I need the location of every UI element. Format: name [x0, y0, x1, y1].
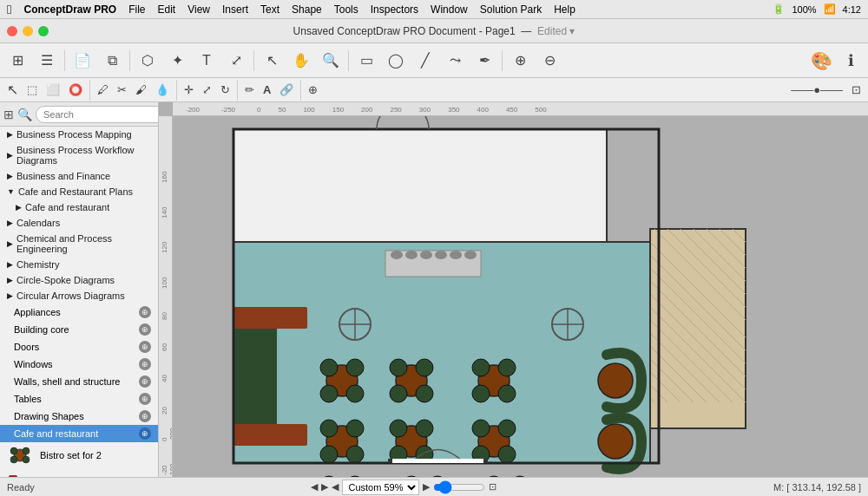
connect-button[interactable]: ⤢: [222, 47, 250, 75]
menu-insert[interactable]: Insert: [222, 3, 248, 16]
zoom-out-button[interactable]: ⊖: [536, 47, 563, 75]
sub-item-building-core[interactable]: Building core ⊕: [0, 321, 158, 338]
svg-rect-98: [390, 459, 485, 463]
tree-item-business-process-mapping[interactable]: ▶ Business Process Mapping: [0, 127, 158, 142]
status-text: Ready: [7, 482, 35, 493]
toolbar2-sep-1: [89, 80, 90, 101]
style-button[interactable]: ✦: [163, 47, 191, 75]
sub-item-windows[interactable]: Windows ⊕: [0, 356, 158, 373]
canvas-wrapper[interactable]: -200 -250 0 50 100 150 200 250 300 350 4…: [159, 102, 868, 477]
close-button[interactable]: [7, 26, 17, 36]
menu-help[interactable]: Help: [554, 3, 575, 16]
rectangle-tool[interactable]: ▭: [352, 47, 380, 75]
minimize-button[interactable]: [23, 26, 33, 36]
toolbar-separator-1: [64, 50, 65, 71]
zoom-select[interactable]: Custom 59% 25% 50% 75% 100% 150% 200%: [342, 480, 419, 495]
svg-point-69: [346, 446, 364, 463]
list-view-button[interactable]: ☰: [33, 47, 61, 75]
sub-item-drawing-shapes[interactable]: Drawing Shapes ⊕: [0, 408, 158, 425]
scroll-right-button[interactable]: ▶: [321, 481, 328, 493]
sub-item-cafe-restaurant-active[interactable]: Cafe and restaurant ⊕: [0, 425, 158, 442]
zoom-in-tb[interactable]: ⊕: [305, 81, 321, 100]
menu-shape[interactable]: Shape: [292, 3, 322, 16]
rubber-band-tool[interactable]: ⬜: [43, 81, 63, 100]
eyedropper-tool[interactable]: 💧: [152, 81, 173, 100]
tree-item-calendars[interactable]: ▶ Calendars: [0, 215, 158, 231]
svg-point-61: [498, 359, 516, 376]
shape-item-booth-left[interactable]: Booth - left facing: [0, 468, 158, 477]
color-wheel[interactable]: 🎨: [807, 47, 835, 75]
search-input[interactable]: [36, 106, 159, 123]
scroll-left-button[interactable]: ◀: [311, 481, 318, 493]
scroll-prev-page[interactable]: ◀: [332, 481, 339, 493]
sub-item-appliances[interactable]: Appliances ⊕: [0, 303, 158, 321]
menu-text[interactable]: Text: [260, 3, 279, 16]
sub-item-badge: ⊕: [139, 410, 151, 422]
search-toggle-icon[interactable]: 🔍: [17, 108, 32, 121]
grid-view-button[interactable]: ⊞: [3, 47, 31, 75]
menu-inspectors[interactable]: Inspectors: [371, 3, 418, 16]
sub-item-doors[interactable]: Doors ⊕: [0, 338, 158, 356]
shape-item-bistro[interactable]: Bistro set for 2: [0, 442, 158, 468]
canvas-inner[interactable]: [173, 116, 868, 477]
text-button[interactable]: T: [193, 47, 220, 75]
move-tool[interactable]: ✛: [181, 81, 197, 100]
chevron-down-icon[interactable]: ▾: [569, 25, 575, 37]
crop-tool[interactable]: ✂: [114, 81, 130, 100]
svg-point-39: [420, 251, 432, 259]
svg-rect-100: [483, 459, 488, 463]
layers-button[interactable]: ⧉: [98, 47, 126, 75]
zoom-slider[interactable]: ——●——: [787, 81, 846, 100]
menu-tools[interactable]: Tools: [334, 3, 358, 16]
ellipse-select-tool[interactable]: ⭕: [65, 81, 86, 100]
zoom-in-button[interactable]: ⊕: [506, 47, 534, 75]
text-tool[interactable]: A: [260, 81, 274, 100]
tree-item-cafe-restaurant-plans[interactable]: ▼ Cafe and Restaurant Plans: [0, 184, 158, 199]
pen-tool[interactable]: ✒: [470, 47, 498, 75]
menu-view[interactable]: View: [187, 3, 210, 16]
scroll-next-page[interactable]: ▶: [423, 481, 430, 493]
tree-item-chemical[interactable]: ▶ Chemical and Process Engineering: [0, 231, 158, 257]
resize-tool[interactable]: ⤢: [199, 81, 215, 100]
area-select-tool[interactable]: ⬚: [23, 81, 41, 100]
tree-item-circle-spoke[interactable]: ▶ Circle-Spoke Diagrams: [0, 272, 158, 288]
svg-point-62: [472, 385, 490, 402]
menu-solution-park[interactable]: Solution Park: [480, 3, 542, 16]
ruler-vertical: -20 0 20 40 60 80 100 120 140 160 180 20…: [159, 116, 173, 477]
format-tool[interactable]: 🖌: [132, 81, 150, 100]
svg-rect-5: [9, 475, 17, 477]
draw-freehand-tool[interactable]: 🖊: [94, 81, 112, 100]
connector-tool[interactable]: ⤳: [441, 47, 469, 75]
fullscreen-button[interactable]: [38, 26, 49, 36]
zoom-fit-icon[interactable]: ⊡: [489, 481, 496, 493]
tree-item-cafe-restaurant[interactable]: ▶ Cafe and restaurant: [0, 199, 158, 215]
menu-edit[interactable]: Edit: [158, 3, 176, 16]
shapes-button[interactable]: ⬡: [134, 47, 161, 75]
main-toolbar: ⊞ ☰ 📄 ⧉ ⬡ ✦ T ⤢ ↖ ✋ 🔍 ▭ ◯ ╱ ⤳ ✒ ⊕ ⊖ 🎨 ℹ: [0, 43, 868, 78]
hand-tool[interactable]: ✋: [287, 47, 315, 75]
zoom-fit-button[interactable]: ⊡: [848, 81, 865, 100]
zoom-slider[interactable]: [433, 480, 485, 494]
pencil-tool[interactable]: ✏: [241, 81, 258, 100]
tree-item-circular-arrows[interactable]: ▶ Circular Arrows Diagrams: [0, 288, 158, 303]
sub-item-tables[interactable]: Tables ⊕: [0, 390, 158, 408]
inspector-button[interactable]: ℹ: [837, 47, 865, 75]
line-tool[interactable]: ╱: [411, 47, 439, 75]
rotate-tool[interactable]: ↻: [217, 81, 233, 100]
select-tool[interactable]: ↖: [258, 47, 286, 75]
link-tool[interactable]: 🔗: [276, 81, 297, 100]
tree-item-chemistry[interactable]: ▶ Chemistry: [0, 257, 158, 272]
sub-item-badge: ⊕: [139, 375, 151, 388]
tree-item-business-process-workflow[interactable]: ▶ Business Process Workflow Diagrams: [0, 142, 158, 168]
pointer-tool[interactable]: ↖: [3, 81, 22, 100]
ellipse-tool[interactable]: ◯: [382, 47, 410, 75]
tree-item-business-finance[interactable]: ▶ Business and Finance: [0, 168, 158, 184]
grid-icon[interactable]: ⊞: [3, 108, 14, 121]
zoom-tool[interactable]: 🔍: [317, 47, 345, 75]
pages-button[interactable]: 📄: [69, 47, 96, 75]
diagram-svg: [173, 116, 841, 477]
menu-window[interactable]: Window: [431, 3, 468, 16]
sub-item-walls[interactable]: Walls, shell and structure ⊕: [0, 373, 158, 390]
menubar:  ConceptDraw PRO File Edit View Insert …: [0, 0, 868, 19]
menu-file[interactable]: File: [128, 3, 145, 16]
